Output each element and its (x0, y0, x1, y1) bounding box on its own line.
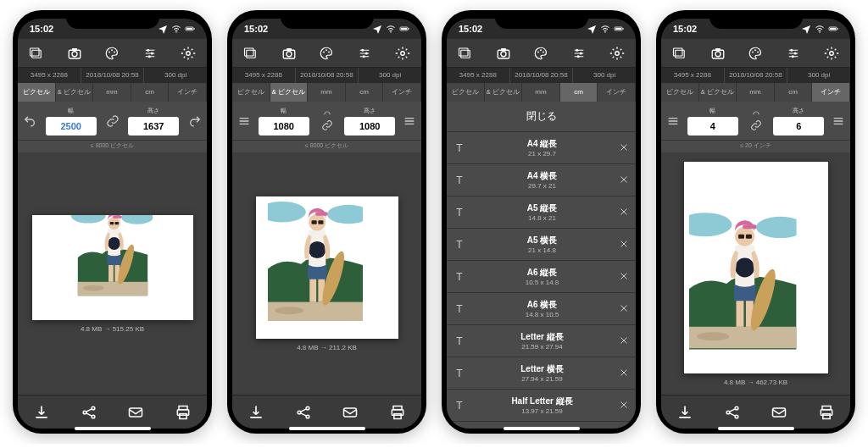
preset-row[interactable]: THalf Letter 縦長13.97 x 21.59 (447, 390, 636, 422)
mail-button[interactable] (756, 404, 804, 421)
link-toggle[interactable] (106, 114, 120, 128)
download-icon (33, 404, 50, 421)
unit-tab-mm[interactable]: mm (308, 83, 346, 102)
close-button[interactable]: 閉じる (447, 102, 636, 132)
text-icon: T (453, 174, 465, 186)
photo-preview[interactable] (32, 215, 193, 320)
mail-button[interactable] (113, 404, 160, 421)
swap-icon[interactable] (748, 111, 765, 119)
preset-list[interactable]: TA4 縦長21 x 29.7TA4 横長29.7 x 21TA5 縦長14.8… (447, 132, 636, 429)
preset-list-button[interactable] (237, 114, 251, 128)
unit-tab-andpixel[interactable]: & ピクセル (485, 83, 523, 102)
unit-tab-mm[interactable]: mm (522, 83, 560, 102)
height-input[interactable]: 1080 (344, 117, 395, 136)
gallery-button[interactable] (18, 46, 56, 61)
print-button[interactable] (374, 404, 421, 421)
width-input[interactable]: 4 (687, 117, 738, 136)
height-input[interactable]: 6 (773, 117, 824, 136)
height-input[interactable]: 1637 (128, 117, 179, 136)
settings-button[interactable] (383, 46, 421, 61)
dimension-hint: ≤ 8000 ピクセル (232, 141, 421, 152)
camera-button[interactable] (56, 46, 94, 61)
text-icon: T (453, 335, 465, 347)
unit-tab-andpixel[interactable]: & ピクセル (270, 83, 309, 102)
width-input[interactable]: 1080 (259, 117, 309, 136)
camera-button[interactable] (270, 46, 309, 61)
print-button[interactable] (159, 404, 207, 421)
link-toggle[interactable] (750, 119, 762, 131)
unit-tab-cm[interactable]: cm (560, 83, 598, 102)
delete-preset-button[interactable] (619, 334, 629, 349)
download-button[interactable] (18, 404, 65, 421)
print-button[interactable] (803, 404, 850, 421)
preset-row[interactable]: TA5 縦長14.8 x 21 (447, 196, 636, 229)
unit-tab-mm[interactable]: mm (93, 83, 131, 102)
delete-preset-button[interactable] (619, 237, 629, 252)
redo-button[interactable] (188, 114, 202, 128)
unit-tab-pixel[interactable]: ピクセル (447, 83, 485, 102)
adjust-button[interactable] (560, 46, 598, 61)
preset-name: A6 横長 (472, 299, 612, 311)
download-button[interactable] (232, 404, 280, 421)
unit-tab-pixel[interactable]: ピクセル (661, 83, 699, 102)
delete-preset-button[interactable] (619, 366, 629, 381)
meta-date: 2018/10/08 20:58 (296, 68, 359, 83)
unit-tab-mm[interactable]: mm (737, 83, 775, 102)
unit-tab-inch[interactable]: インチ (383, 83, 421, 102)
unit-tab-pixel[interactable]: ピクセル (232, 83, 270, 102)
mail-icon (127, 404, 144, 421)
preset-list-button[interactable] (403, 114, 416, 128)
camera-button[interactable] (485, 46, 523, 61)
preset-row[interactable]: TA6 縦長10.5 x 14.8 (447, 261, 636, 293)
preset-name: Letter 縦長 (472, 331, 612, 343)
share-button[interactable] (709, 404, 756, 421)
share-button[interactable] (280, 404, 327, 421)
unit-tab-andpixel[interactable]: & ピクセル (56, 83, 94, 102)
preset-list-button[interactable] (666, 114, 680, 128)
delete-preset-button[interactable] (619, 205, 629, 220)
settings-button[interactable] (812, 46, 850, 61)
unit-tab-inch[interactable]: インチ (812, 83, 850, 102)
delete-preset-button[interactable] (619, 173, 629, 188)
swap-icon[interactable] (319, 111, 336, 119)
unit-tab-cm[interactable]: cm (775, 83, 813, 102)
share-button[interactable] (65, 404, 113, 421)
link-toggle[interactable] (321, 119, 333, 131)
unit-tab-inch[interactable]: インチ (169, 83, 207, 102)
unit-tab-inch[interactable]: インチ (598, 83, 636, 102)
gallery-button[interactable] (447, 46, 485, 61)
settings-button[interactable] (169, 46, 207, 61)
adjust-button[interactable] (775, 46, 813, 61)
width-input[interactable]: 2500 (46, 117, 97, 136)
palette-button[interactable] (308, 46, 346, 61)
undo-button[interactable] (23, 114, 36, 128)
gallery-button[interactable] (232, 46, 270, 61)
delete-preset-button[interactable] (619, 141, 629, 156)
adjust-button[interactable] (131, 46, 170, 61)
preset-row[interactable]: TA4 横長29.7 x 21 (447, 164, 636, 196)
preset-row[interactable]: TLetter 横長27.94 x 21.59 (447, 357, 636, 390)
download-button[interactable] (661, 404, 709, 421)
delete-preset-button[interactable] (619, 269, 629, 285)
gallery-button[interactable] (661, 46, 699, 61)
unit-tab-andpixel[interactable]: & ピクセル (699, 83, 737, 102)
palette-button[interactable] (737, 46, 775, 61)
palette-button[interactable] (522, 46, 560, 61)
preset-row[interactable]: TLetter 縦長21.59 x 27.94 (447, 325, 636, 357)
palette-button[interactable] (93, 46, 131, 61)
settings-button[interactable] (598, 46, 636, 61)
preset-row[interactable]: TA6 横長14.8 x 10.5 (447, 293, 636, 325)
camera-button[interactable] (699, 46, 737, 61)
adjust-button[interactable] (346, 46, 384, 61)
delete-preset-button[interactable] (619, 398, 629, 413)
delete-preset-button[interactable] (619, 301, 629, 317)
mail-button[interactable] (327, 404, 375, 421)
unit-tab-cm[interactable]: cm (131, 83, 170, 102)
photo-preview[interactable] (256, 196, 398, 339)
preset-row[interactable]: TA5 横長21 x 14.8 (447, 229, 636, 261)
preset-row[interactable]: TA4 縦長21 x 29.7 (447, 132, 636, 164)
unit-tab-cm[interactable]: cm (346, 83, 384, 102)
preset-list-button[interactable] (832, 114, 845, 128)
unit-tab-pixel[interactable]: ピクセル (18, 83, 56, 102)
photo-preview[interactable] (684, 162, 828, 373)
